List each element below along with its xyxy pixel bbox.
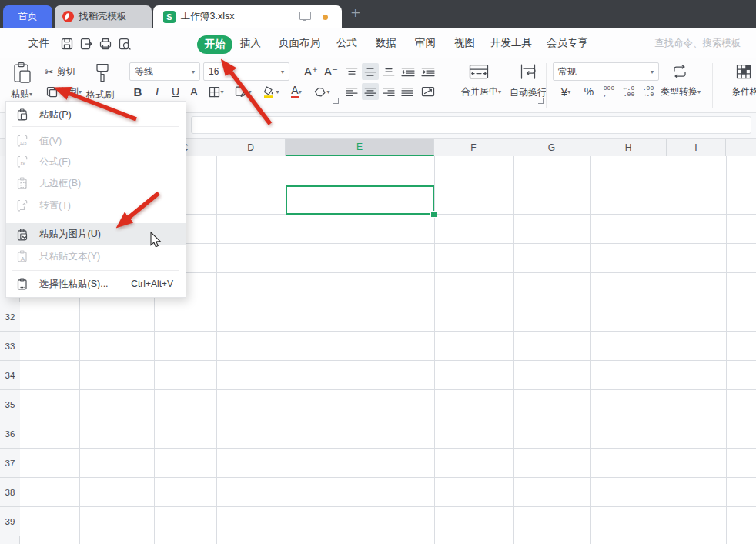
- align-middle-button[interactable]: [362, 63, 379, 80]
- clear-format-button[interactable]: ▾: [309, 82, 334, 101]
- menu-file[interactable]: 文件: [28, 35, 49, 51]
- decrease-indent-button[interactable]: [399, 63, 417, 80]
- tab-docer-templates[interactable]: 找稻壳模板: [55, 5, 152, 28]
- align-center-button[interactable]: [362, 83, 379, 100]
- menu-item-label: 值(V): [39, 135, 62, 148]
- decrease-font-button[interactable]: A⁻: [322, 62, 340, 81]
- bold-button[interactable]: B: [129, 82, 146, 101]
- column-header-h[interactable]: H: [590, 139, 667, 156]
- strikethrough-button[interactable]: A: [186, 82, 202, 101]
- column-header-g[interactable]: G: [513, 139, 590, 156]
- column-header-f[interactable]: F: [434, 139, 513, 156]
- font-name-value: 等线: [135, 65, 153, 78]
- row-header-37[interactable]: 37: [0, 449, 20, 478]
- format-painter-label[interactable]: 格式刷: [86, 88, 114, 102]
- increase-font-button[interactable]: A⁺: [302, 62, 320, 81]
- draw-border-button[interactable]: ▾: [231, 82, 256, 101]
- row-header-34[interactable]: 34: [0, 361, 20, 390]
- command-search-input[interactable]: 查找命令、搜索模板: [654, 35, 741, 51]
- menu-item-values[interactable]: 123 值(V): [6, 132, 186, 150]
- italic-button[interactable]: I: [149, 82, 165, 101]
- tab-docer-label: 找稻壳模板: [79, 10, 127, 23]
- group-expand-icon[interactable]: [333, 98, 339, 104]
- ribbon-tab-insert[interactable]: 插入: [240, 35, 261, 51]
- menu-item-paste[interactable]: 粘贴(P): [6, 105, 186, 124]
- thousands-separator-button[interactable]: 000,: [600, 82, 618, 101]
- align-right-button[interactable]: [380, 83, 397, 100]
- align-left-button[interactable]: [343, 83, 360, 100]
- menu-item-no-border[interactable]: 无边框(B): [6, 174, 186, 192]
- decrease-decimal-button[interactable]: ←.0.00: [620, 82, 638, 101]
- column-header-i[interactable]: I: [667, 139, 726, 156]
- type-convert-button[interactable]: 类型转换 ▾: [656, 85, 705, 98]
- presentation-mode-icon[interactable]: [299, 12, 311, 20]
- ribbon-tab-formulas[interactable]: 公式: [336, 35, 357, 51]
- ribbon-tab-membership[interactable]: 会员专享: [547, 35, 588, 51]
- paste-dropdown[interactable]: 粘贴 ▾: [3, 87, 40, 101]
- row-header-38[interactable]: 38: [0, 478, 20, 507]
- fill-handle[interactable]: [430, 211, 437, 218]
- borders-button[interactable]: ▾: [205, 82, 228, 101]
- row-header-33[interactable]: 33: [0, 332, 20, 361]
- dropdown-arrow-icon: ▾: [29, 91, 32, 98]
- ribbon-tab-page-layout[interactable]: 页面布局: [279, 35, 320, 51]
- increase-indent-button[interactable]: [419, 63, 437, 80]
- paste-values-icon: 123: [16, 135, 28, 147]
- column-header-d[interactable]: D: [216, 139, 286, 156]
- gridline: [590, 156, 591, 544]
- ribbon-tab-home-active[interactable]: 开始: [197, 35, 232, 54]
- align-bottom-button[interactable]: [380, 63, 397, 80]
- row-header-32[interactable]: 32: [0, 302, 20, 332]
- copy-icon: [46, 86, 58, 98]
- font-name-select[interactable]: 等线 ▾: [129, 62, 200, 81]
- paste-dropdown-menu: 粘贴(P) 123 值(V) fx 公式(F) 无边框(B) 转置(T) 粘贴为…: [5, 101, 186, 298]
- group-expand-icon[interactable]: [538, 98, 544, 104]
- new-tab-button[interactable]: +: [346, 5, 365, 23]
- print-preview-icon[interactable]: [118, 37, 132, 51]
- align-top-button[interactable]: [343, 63, 360, 80]
- menu-item-label: 粘贴(P): [39, 108, 72, 122]
- paste-transpose-icon: [16, 199, 28, 212]
- font-size-select[interactable]: 16 ▾: [203, 62, 289, 81]
- formula-input[interactable]: [191, 116, 751, 134]
- ribbon-tab-view[interactable]: 视图: [454, 35, 475, 51]
- menu-item-formulas[interactable]: fx 公式(F): [6, 152, 186, 171]
- underline-button[interactable]: U: [168, 82, 183, 101]
- merge-center-button[interactable]: 合并居中 ▾: [459, 85, 503, 98]
- export-icon[interactable]: [79, 37, 93, 51]
- menu-item-transpose[interactable]: 转置(T): [6, 196, 186, 215]
- font-color-button[interactable]: A ▾: [285, 82, 308, 101]
- paste-button[interactable]: [8, 61, 37, 85]
- menu-item-paste-as-picture[interactable]: 粘贴为图片(U): [6, 223, 186, 245]
- selected-cell-outline[interactable]: [286, 185, 434, 215]
- tab-home[interactable]: 首页: [3, 5, 52, 28]
- row-header-36[interactable]: 36: [0, 419, 20, 449]
- column-header-e-selected[interactable]: E: [286, 139, 434, 156]
- wrap-text-button[interactable]: 自动换行: [510, 86, 547, 99]
- ribbon-tab-data[interactable]: 数据: [376, 35, 396, 51]
- copy-button[interactable]: 复制 ▾: [40, 84, 88, 99]
- cut-button[interactable]: ✂ 剪切: [40, 64, 80, 79]
- cut-label: 剪切: [56, 65, 75, 78]
- tab-workbook[interactable]: S 工作簿3.xlsx: [153, 5, 342, 28]
- ribbon-tab-review[interactable]: 审阅: [415, 35, 436, 51]
- menu-item-paste-special[interactable]: 选择性粘贴(S)... Ctrl+Alt+V: [6, 275, 186, 293]
- number-format-select[interactable]: 常规 ▾: [553, 62, 659, 81]
- row-header-39[interactable]: 39: [0, 507, 20, 536]
- text-orientation-button[interactable]: [419, 83, 437, 100]
- print-icon[interactable]: [99, 37, 112, 51]
- justify-button[interactable]: [399, 83, 416, 100]
- format-painter-button[interactable]: [91, 62, 114, 85]
- conditional-format-button[interactable]: 条件格式: [727, 85, 756, 98]
- save-icon[interactable]: [60, 37, 74, 51]
- increase-decimal-button[interactable]: .00→.0: [639, 82, 657, 101]
- ribbon-tab-devtools[interactable]: 开发工具: [490, 35, 532, 51]
- row-header-35[interactable]: 35: [0, 390, 20, 419]
- dropdown-arrow-icon: ▾: [299, 88, 302, 95]
- column-header-j-partial[interactable]: [726, 139, 756, 156]
- menu-item-text-only[interactable]: A 只粘贴文本(Y): [6, 247, 186, 265]
- currency-button[interactable]: ¥ ▾: [554, 82, 577, 101]
- percent-button[interactable]: %: [580, 82, 597, 101]
- menu-divider: [12, 270, 179, 271]
- fill-color-button[interactable]: ▾: [259, 82, 283, 101]
